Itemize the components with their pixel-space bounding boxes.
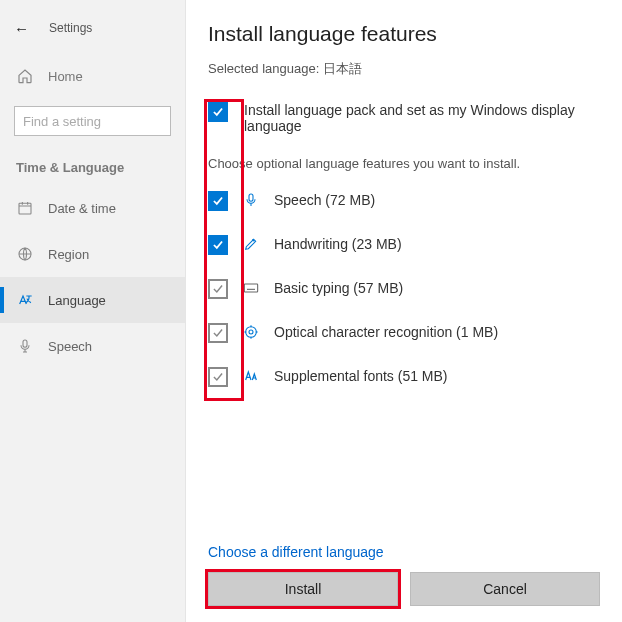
mic-icon <box>242 192 260 208</box>
globe-icon <box>16 246 34 262</box>
nav-label: Speech <box>48 339 92 354</box>
pen-icon <box>242 236 260 252</box>
home-icon <box>16 68 34 84</box>
selected-language: Selected language: 日本語 <box>208 60 600 78</box>
search-input[interactable] <box>14 106 171 136</box>
svg-rect-3 <box>249 194 253 201</box>
checkbox-ocr[interactable] <box>208 323 228 343</box>
install-pack-label: Install language pack and set as my Wind… <box>244 100 600 134</box>
feature-label-handwriting: Handwriting (23 MB) <box>274 236 402 252</box>
feature-label-basic-typing: Basic typing (57 MB) <box>274 280 403 296</box>
svg-rect-2 <box>23 340 27 347</box>
svg-rect-4 <box>244 284 257 292</box>
checkbox-basic-typing[interactable] <box>208 279 228 299</box>
feature-label-fonts: Supplemental fonts (51 MB) <box>274 368 448 384</box>
mic-icon <box>16 338 34 354</box>
sidebar-item-speech[interactable]: Speech <box>0 323 185 369</box>
sidebar-item-home[interactable]: Home <box>0 56 185 96</box>
nav-label: Date & time <box>48 201 116 216</box>
ocr-icon <box>242 324 260 340</box>
back-button[interactable]: ← Settings <box>0 12 185 44</box>
feature-label-ocr: Optical character recognition (1 MB) <box>274 324 498 340</box>
section-header: Time & Language <box>0 142 185 185</box>
cancel-button[interactable]: Cancel <box>410 572 600 606</box>
svg-rect-0 <box>19 203 31 214</box>
checkbox-handwriting[interactable] <box>208 235 228 255</box>
language-icon <box>16 292 34 308</box>
checkbox-fonts[interactable] <box>208 367 228 387</box>
settings-title: Settings <box>49 21 92 35</box>
arrow-left-icon: ← <box>14 20 29 37</box>
sidebar-item-date-time[interactable]: Date & time <box>0 185 185 231</box>
main-panel: Install language features Selected langu… <box>186 0 622 622</box>
svg-point-6 <box>249 330 253 334</box>
home-label: Home <box>48 69 83 84</box>
calendar-clock-icon <box>16 200 34 216</box>
checkbox-speech[interactable] <box>208 191 228 211</box>
instruction-text: Choose optional language features you wa… <box>208 156 600 171</box>
install-button[interactable]: Install <box>208 572 398 606</box>
keyboard-icon <box>242 281 260 295</box>
font-icon <box>242 368 260 384</box>
page-title: Install language features <box>208 22 600 46</box>
sidebar-item-language[interactable]: Language <box>0 277 185 323</box>
feature-label-speech: Speech (72 MB) <box>274 192 375 208</box>
sidebar-item-region[interactable]: Region <box>0 231 185 277</box>
nav-label: Language <box>48 293 106 308</box>
nav-label: Region <box>48 247 89 262</box>
sidebar: ← Settings Home Time & Language Date & t… <box>0 0 186 622</box>
choose-different-language-link[interactable]: Choose a different language <box>208 544 600 560</box>
checkbox-install-pack[interactable] <box>208 102 228 122</box>
svg-point-5 <box>246 327 257 338</box>
